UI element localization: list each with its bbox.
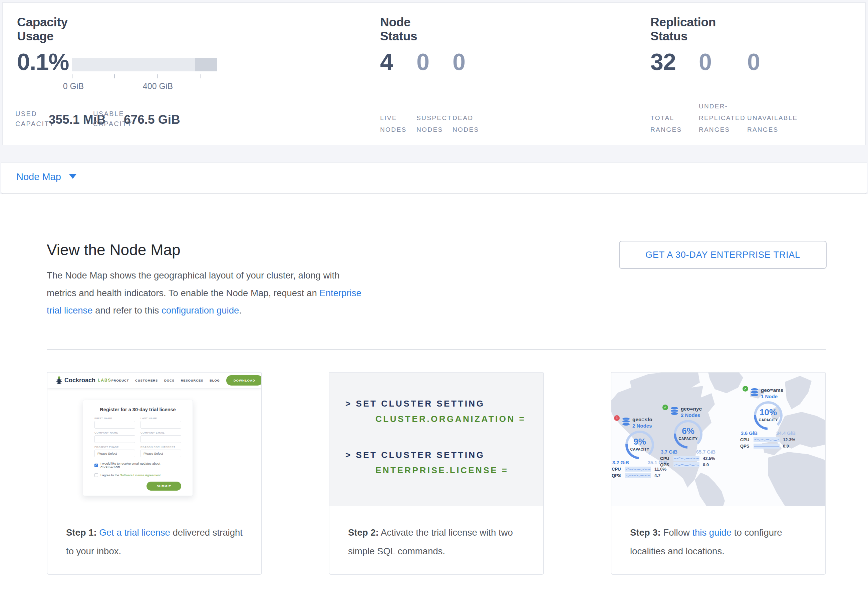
caret-down-icon — [69, 174, 77, 179]
unavailable-label: UNAVAILABLE RANGES — [747, 96, 801, 135]
checked-checkbox-icon — [94, 464, 98, 467]
sql-command: > SET CLUSTER SETTING — [345, 450, 484, 460]
cockroach-logo-icon — [56, 376, 62, 384]
capacity-axis-tick — [158, 74, 158, 78]
cpu-label: CPU — [740, 437, 754, 442]
check-icon — [663, 405, 668, 410]
capacity-axis-tick — [72, 74, 72, 78]
replication-status-title: Replication Status — [650, 15, 716, 43]
mini-registration-form: Register for a 30-day trial license FIRS… — [83, 400, 193, 496]
capacity-gauge: 10% CAPACITY — [754, 401, 782, 430]
step-label: Step 2: — [348, 527, 379, 538]
database-icon — [750, 388, 759, 398]
mini-site-nav: PRODUCT CUSTOMERS DOCS RESOURCES BLOG DO… — [111, 375, 261, 386]
cluster-overview-page: Capacity Usage 0.1% 0 GiB 400 GiB USED C… — [0, 0, 868, 593]
cluster-name: geo=ams — [761, 387, 784, 393]
mini-nav-item: PRODUCT — [111, 378, 129, 382]
step-label: Step 1: — [66, 527, 97, 538]
qps-value: 4.7 — [654, 473, 660, 478]
cpu-value: 11.0% — [654, 466, 666, 472]
step1-caption: Step 1: Get a trial license delivered st… — [47, 506, 261, 561]
mini-logo-name: Cockroach — [64, 377, 96, 384]
mini-field-label: LAST NAME — [140, 417, 181, 420]
qps-sparkline — [625, 473, 651, 478]
view-selector-dropdown[interactable]: Node Map — [16, 171, 77, 182]
configuration-guide-link[interactable]: configuration guide — [161, 305, 239, 315]
view-selector-label: Node Map — [16, 171, 61, 182]
cpu-sparkline — [625, 466, 651, 472]
get-trial-license-link[interactable]: Get a trial license — [99, 527, 170, 538]
page-title: View the Node Map — [47, 241, 180, 259]
mini-field-label: PROJECT PHASE — [94, 446, 135, 449]
under-replicated-label: UNDER-REPLICATED RANGES — [699, 96, 745, 135]
mini-license-agreement-link: Software License Agreement. — [120, 473, 161, 477]
empty-checkbox-icon — [94, 473, 98, 477]
mini-nav-item: CUSTOMERS — [135, 378, 158, 382]
mini-checkbox-text: I would like to receive email updates ab… — [100, 462, 181, 469]
database-icon — [622, 417, 630, 427]
description-text: and refer to this — [93, 305, 161, 315]
mini-nav-item: BLOG — [210, 378, 220, 382]
mini-license-checkbox-row: I agree to the Software License Agreemen… — [94, 473, 181, 477]
mini-nav-item: RESOURCES — [181, 378, 203, 382]
mini-company-email-input — [140, 435, 181, 443]
cluster-node-count: 2 Nodes — [632, 423, 652, 428]
gauge-capacity-label: CAPACITY — [754, 418, 782, 422]
sql-setting: CLUSTER.ORGANIZATION = — [375, 414, 526, 424]
cockroach-labs-logo: Cockroach LABS — [56, 376, 111, 384]
capacity-axis-tick — [201, 74, 201, 78]
capacity-bar-reserved-segment — [195, 58, 217, 71]
mini-updates-checkbox-row: I would like to receive email updates ab… — [94, 462, 181, 469]
mini-site-header: Cockroach LABS PRODUCT CUSTOMERS DOCS RE… — [47, 372, 261, 388]
this-guide-link[interactable]: this guide — [692, 527, 732, 538]
registration-screenshot: Cockroach LABS PRODUCT CUSTOMERS DOCS RE… — [47, 372, 261, 506]
capacity-used-percent: 0.1% — [17, 49, 69, 75]
enterprise-trial-button[interactable]: GET A 30-DAY ENTERPRISE TRIAL — [619, 241, 827, 269]
cluster-used-capacity: 3.6 GiB — [741, 431, 757, 436]
usable-capacity-value: 676.5 GiB — [124, 113, 180, 127]
qps-label: QPS — [612, 473, 625, 478]
mini-reason-select: Please Select — [140, 450, 181, 457]
view-selector-bar: Node Map — [1, 162, 867, 194]
cluster-name: geo=nyc — [681, 406, 702, 412]
map-cluster-nyc: geo=nyc 2 Nodes 6% CAPACITY 3.7 GiB 65.7… — [660, 406, 716, 467]
dead-nodes-value: 0 — [453, 49, 465, 75]
mini-logo-suffix: LABS — [98, 378, 111, 383]
cluster-total-capacity: 65.7 GiB — [696, 449, 716, 455]
capacity-usage-title: Capacity Usage — [17, 15, 68, 43]
step-text: Follow — [661, 527, 692, 538]
capacity-bar — [72, 58, 217, 71]
mini-form-title: Register for a 30-day trial license — [94, 407, 181, 412]
mini-checkbox-text-pre: I agree to the — [100, 473, 120, 477]
capacity-axis-tick — [114, 74, 115, 78]
cluster-used-capacity: 3.7 GiB — [661, 449, 678, 455]
description-text: . — [239, 305, 242, 315]
error-badge: 1 — [614, 415, 620, 421]
cpu-value: 42.5% — [703, 456, 715, 461]
step1-card: Cockroach LABS PRODUCT CUSTOMERS DOCS RE… — [47, 372, 262, 575]
suspect-nodes-value: 0 — [416, 49, 429, 75]
capacity-gauge: 6% CAPACITY — [674, 420, 703, 449]
step3-caption: Step 3: Follow this guide to configure l… — [611, 506, 825, 561]
gauge-percent: 10% — [754, 407, 782, 418]
step2-card: > SET CLUSTER SETTING CLUSTER.ORGANIZATI… — [329, 372, 544, 575]
sql-command: > SET CLUSTER SETTING — [345, 399, 484, 409]
cluster-name: geo=sfo — [632, 416, 652, 422]
unavailable-value: 0 — [747, 49, 760, 75]
cluster-used-capacity: 3.2 GiB — [613, 460, 629, 465]
gauge-percent: 6% — [674, 426, 703, 436]
section-divider — [47, 349, 826, 350]
cpu-sparkline — [754, 437, 779, 442]
qps-label: QPS — [660, 462, 673, 467]
dead-nodes-label: DEAD NODES — [453, 96, 487, 135]
capacity-axis-label-mid: 400 GiB — [143, 81, 173, 91]
gauge-capacity-label: CAPACITY — [674, 437, 703, 441]
mini-field-label: COMPANY NAME — [94, 431, 135, 434]
qps-value: 0.0 — [703, 462, 709, 467]
mini-field-label: COMPANY EMAIL — [140, 431, 181, 434]
gauge-percent: 9% — [625, 437, 654, 447]
mini-download-button: DOWNLOAD — [226, 375, 261, 386]
gauge-capacity-label: CAPACITY — [625, 447, 654, 451]
mini-nav-item: DOCS — [164, 378, 174, 382]
step2-caption: Step 2: Activate the trial license with … — [329, 506, 543, 561]
